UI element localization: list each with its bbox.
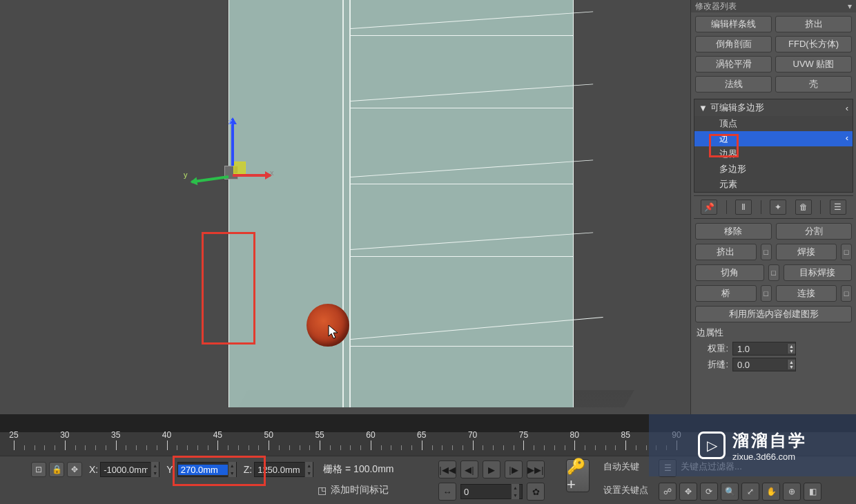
- modifier-list-header[interactable]: 修改器列表 ▾: [691, 0, 856, 12]
- modifier-button[interactable]: UVW 贴图: [775, 56, 852, 72]
- modifier-button[interactable]: 倒角剖面: [695, 36, 772, 52]
- bridge-button[interactable]: 桥: [695, 285, 757, 302]
- nav3-icon[interactable]: ⟳: [700, 483, 718, 501]
- nav6-icon[interactable]: ✋: [762, 483, 780, 501]
- timeline-tick-label: 80: [570, 430, 579, 440]
- modifier-button[interactable]: 壳: [775, 76, 852, 93]
- play-icon[interactable]: ▶: [483, 461, 500, 478]
- connect-settings-icon[interactable]: □: [841, 285, 852, 302]
- x-spinner[interactable]: ▲▼: [100, 462, 159, 477]
- timeline-tick-label: 25: [9, 430, 18, 440]
- nav5-icon[interactable]: ⤢: [741, 483, 759, 501]
- timeline-tick-label: 55: [315, 430, 324, 440]
- z-spinner[interactable]: ▲▼: [254, 462, 313, 477]
- bridge-settings-icon[interactable]: □: [761, 285, 772, 302]
- pin-icon[interactable]: 📌: [701, 200, 717, 215]
- chamfer-settings-icon[interactable]: □: [768, 264, 779, 281]
- gizmo-x-label: x: [270, 168, 274, 177]
- cube-icon: ◳: [318, 485, 327, 496]
- watermark-logo-icon: ▷: [698, 432, 726, 459]
- goto-end-icon[interactable]: ▶▶|: [527, 461, 545, 478]
- weight-value: 1.0: [733, 344, 787, 354]
- configure-icon[interactable]: ☰: [830, 200, 846, 215]
- collapse-icon: ▼: [699, 103, 708, 113]
- chevron-down-icon: ▾: [848, 1, 852, 11]
- extrude-button[interactable]: 挤出: [695, 244, 757, 260]
- stack-subobject[interactable]: 元素: [694, 177, 853, 192]
- y-label: Y:: [166, 464, 175, 475]
- cursor-icon: [328, 324, 338, 338]
- goto-start-icon[interactable]: |◀◀: [438, 461, 456, 478]
- create-shape-button[interactable]: 利用所选内容创建图形: [695, 306, 852, 322]
- y-input[interactable]: [178, 465, 228, 475]
- watermark-url: zixue.3d66.com: [732, 452, 795, 462]
- modifier-button[interactable]: 挤出: [775, 16, 852, 32]
- stack-root-label: 可编辑多边形: [710, 101, 764, 114]
- crease-spinner[interactable]: 0.0 ▲▼: [732, 358, 796, 371]
- next-frame-icon[interactable]: |▶: [505, 461, 523, 478]
- chevron-left-icon: ‹: [846, 103, 848, 113]
- nav7-icon[interactable]: ⊕: [783, 483, 801, 501]
- make-unique-icon[interactable]: ✦: [770, 200, 786, 215]
- edge-edit-rollout: 移除 分割 挤出 □ 焊接 □ 切角 □ 目标焊接 桥 □ 连接 □ 利用所选内…: [691, 219, 856, 378]
- modifier-button[interactable]: 涡轮平滑: [695, 56, 772, 72]
- timeline-tick-label: 65: [417, 430, 426, 440]
- timeline-tick-label: 30: [60, 430, 69, 440]
- nav4-icon[interactable]: 🔍: [721, 483, 739, 501]
- connect-button[interactable]: 连接: [776, 285, 837, 302]
- chamfer-button[interactable]: 切角: [695, 264, 764, 281]
- command-panel: 修改器列表 ▾ 编辑样条线挤出倒角剖面FFD(长方体)涡轮平滑UVW 贴图法线壳…: [690, 0, 856, 414]
- weight-label: 权重:: [701, 342, 728, 355]
- stack-subobject[interactable]: 边界: [694, 146, 853, 162]
- gizmo-y-label: y: [184, 171, 188, 179]
- move-gizmo[interactable]: z x y: [221, 119, 276, 188]
- selection-lock-icon[interactable]: ⊡: [31, 462, 46, 477]
- gizmo-z-label: z: [228, 117, 233, 126]
- viewport[interactable]: z x y: [0, 0, 690, 407]
- show-end-result-icon[interactable]: Ⅱ: [735, 200, 752, 215]
- stack-subobject[interactable]: 多边形: [694, 162, 853, 177]
- watermark-title: 溜溜自学: [732, 429, 807, 452]
- crease-label: 折缝:: [701, 358, 728, 371]
- modifier-button[interactable]: 编辑样条线: [695, 16, 772, 32]
- stack-subobject[interactable]: 边 ‹: [694, 131, 853, 146]
- timeline-tick-label: 35: [111, 430, 120, 440]
- weld-button[interactable]: 焊接: [776, 244, 837, 260]
- grid-readout: 栅格 = 100.0mm: [323, 463, 393, 476]
- modifier-button[interactable]: FFD(长方体): [775, 36, 852, 52]
- nav2-icon[interactable]: ✥: [679, 483, 697, 501]
- modifier-list-label: 修改器列表: [695, 1, 737, 12]
- time-config-icon[interactable]: ✿: [527, 483, 545, 501]
- split-button[interactable]: 分割: [776, 223, 853, 240]
- prev-frame-icon[interactable]: ◀|: [460, 461, 478, 478]
- weight-spinner[interactable]: 1.0 ▲▼: [732, 342, 796, 356]
- modifier-button[interactable]: 法线: [695, 76, 772, 93]
- frame-prev-icon[interactable]: ↔: [438, 483, 456, 501]
- nav8-icon[interactable]: ◧: [804, 483, 821, 501]
- frame-input[interactable]: [461, 487, 511, 497]
- x-input[interactable]: [101, 465, 150, 475]
- z-input[interactable]: [255, 465, 304, 475]
- add-time-marker-label[interactable]: 添加时间标记: [331, 484, 389, 496]
- edge-properties-label: 边属性: [697, 327, 852, 339]
- nav1-icon[interactable]: ☍: [659, 483, 677, 501]
- z-label: Z:: [244, 464, 252, 475]
- model-cabinet[interactable]: [228, 0, 574, 407]
- timeline-tick-label: 60: [366, 430, 375, 440]
- y-spinner[interactable]: ▲▼: [177, 462, 237, 477]
- extrude-settings-icon[interactable]: □: [761, 244, 772, 260]
- remove-button[interactable]: 移除: [695, 223, 772, 240]
- stack-root[interactable]: ▼ 可编辑多边形 ‹: [694, 99, 853, 116]
- target-weld-button[interactable]: 目标焊接: [784, 264, 853, 281]
- timeline-tick-label: 50: [264, 430, 273, 440]
- set-key-big-button[interactable]: 🔑+: [566, 459, 590, 492]
- stack-subobject[interactable]: 顶点: [694, 116, 853, 131]
- absolute-mode-icon[interactable]: ✥: [67, 462, 82, 477]
- frame-spinner[interactable]: ▲▼: [460, 484, 523, 499]
- timeline-tick-label: 75: [519, 430, 528, 440]
- timeline-tick-label: 40: [162, 430, 171, 440]
- weld-settings-icon[interactable]: □: [841, 244, 852, 260]
- set-key-button[interactable]: 设置关键点: [601, 481, 657, 503]
- remove-modifier-icon[interactable]: 🗑: [795, 200, 812, 215]
- lock-icon[interactable]: 🔒: [49, 462, 64, 477]
